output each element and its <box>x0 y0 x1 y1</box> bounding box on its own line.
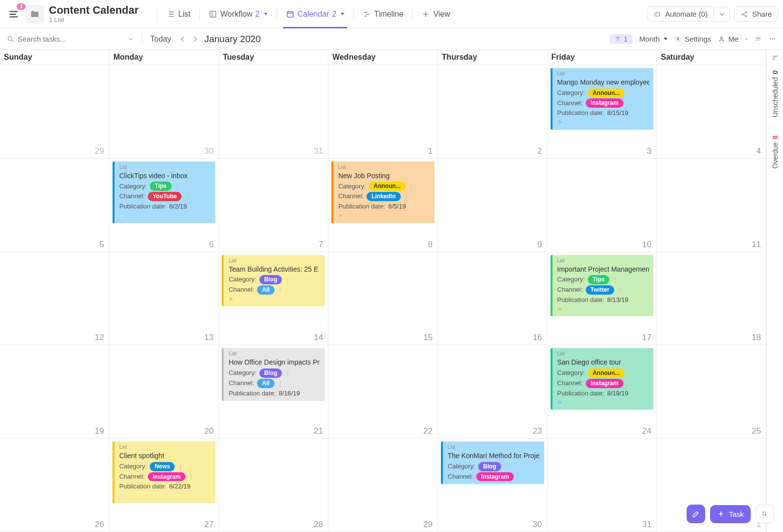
add-view-button[interactable]: View <box>419 7 452 22</box>
calendar-cell[interactable]: ListSan Diego office tourCategory:Announ… <box>548 345 657 439</box>
calendar-cell[interactable]: 10 <box>548 159 657 252</box>
event-field: Publication date: 8/13/19 <box>557 296 650 304</box>
calendar-cell[interactable]: 31 <box>219 65 328 159</box>
calendar-cell[interactable]: 9 <box>438 159 548 252</box>
calendar-cell[interactable]: 28 <box>219 439 328 532</box>
calendar-cell[interactable]: 23 <box>438 345 548 439</box>
settings-button[interactable]: Settings <box>674 35 711 43</box>
new-task-button[interactable]: Task <box>710 505 751 523</box>
prev-month-button[interactable] <box>176 33 189 46</box>
calendar-cell[interactable]: 11 <box>657 159 766 252</box>
next-month-button[interactable] <box>189 33 202 46</box>
calendar-cell[interactable]: 2 <box>438 65 548 159</box>
svg-point-12 <box>759 38 760 39</box>
calendar-cell[interactable]: ListClickTips video - inboxCategory:Tips… <box>110 159 219 252</box>
view-tab-timeline[interactable]: Timeline <box>361 7 406 22</box>
filter-chip[interactable]: 1 <box>610 34 633 44</box>
assignees-button[interactable] <box>755 35 762 43</box>
calendar-cell[interactable]: ListNew Job PostingCategory:Announ...|Ch… <box>328 159 438 252</box>
date-number: 21 <box>314 426 323 436</box>
quick-note-button[interactable] <box>687 505 705 523</box>
flag-icon: ⚑ <box>229 296 321 303</box>
me-button[interactable]: Me <box>718 35 738 43</box>
apps-button[interactable] <box>756 505 774 523</box>
edit-icon <box>691 509 700 518</box>
calendar-cell[interactable]: 25 <box>657 345 766 439</box>
calendar-cell[interactable]: 4 <box>657 65 766 159</box>
event-card[interactable]: ListClickTips video - inboxCategory:Tips… <box>113 162 216 223</box>
event-card[interactable]: ListMango Monday new employeeCategory:An… <box>551 68 654 130</box>
more-button[interactable] <box>769 35 776 43</box>
field-tag: YouTube <box>148 192 182 201</box>
calendar-cell[interactable]: ListClient spotlightCategory:News|Channe… <box>110 439 219 532</box>
calendar-cell[interactable]: ListHow Office Design impacts PrCategory… <box>219 345 328 439</box>
calendar-cell[interactable]: 29 <box>328 439 438 532</box>
calendar-cell[interactable]: 31 <box>548 439 657 532</box>
event-card[interactable]: ListNew Job PostingCategory:Announ...|Ch… <box>331 162 435 223</box>
overdue-button[interactable]: Overdue 8 <box>771 136 779 169</box>
calendar-cell[interactable]: 13 <box>110 252 219 346</box>
separator <box>412 7 413 21</box>
view-tab-workflow[interactable]: Workflow 2 <box>207 7 269 22</box>
chevron-down-icon[interactable] <box>127 36 134 43</box>
chevron-right-icon <box>191 35 199 43</box>
day-header: Monday <box>110 50 219 65</box>
calendar-cell[interactable]: 18 <box>657 252 766 346</box>
folder-chip[interactable] <box>25 5 44 23</box>
search-input[interactable] <box>18 35 124 43</box>
unscheduled-button[interactable]: Unscheduled 0 <box>771 70 779 117</box>
event-card[interactable]: ListSan Diego office tourCategory:Announ… <box>551 348 654 410</box>
calendar-cell[interactable]: 30 <box>110 65 219 159</box>
calendar-cell[interactable]: 7 <box>219 159 328 252</box>
event-card[interactable]: ListTeam Building Activities: 25 ECatego… <box>222 255 325 307</box>
event-title: San Diego office tour <box>557 358 650 368</box>
svg-point-17 <box>765 511 766 513</box>
automate-button[interactable]: Automate (0) <box>647 6 714 22</box>
calendar-cell[interactable]: 12 <box>0 252 110 346</box>
flag-icon: ⚑ <box>557 119 650 126</box>
date-number: 13 <box>205 333 214 343</box>
event-field: Channel:LinkedIn| <box>338 192 431 201</box>
event-card[interactable]: ListThe KonMari Method for ProjeCategory… <box>441 441 544 484</box>
calendar-cell[interactable]: 15 <box>328 252 438 346</box>
menu-button[interactable]: 3 <box>5 5 23 23</box>
field-tag: Tips <box>150 182 171 191</box>
event-field: Category:Tips| <box>119 182 212 191</box>
field-tag: Announ... <box>588 89 624 98</box>
calendar-cell[interactable]: ListImportant Project ManagemenCategory:… <box>548 252 657 346</box>
people-icon <box>755 35 762 43</box>
calendar-cell[interactable]: 26 <box>0 439 110 532</box>
calendar-cell[interactable]: 29 <box>0 65 110 159</box>
date-number: 22 <box>423 426 433 436</box>
calendar-cell[interactable]: 16 <box>438 252 548 346</box>
event-card[interactable]: ListHow Office Design impacts PrCategory… <box>222 348 325 400</box>
today-button[interactable]: Today <box>150 35 171 44</box>
event-card[interactable]: ListImportant Project ManagemenCategory:… <box>551 255 654 317</box>
view-tab-label: View <box>433 10 450 19</box>
calendar-cell[interactable]: ListThe KonMari Method for ProjeCategory… <box>438 439 548 532</box>
event-field: Channel:YouTube| <box>119 192 212 201</box>
calendar-cell[interactable]: 22 <box>328 345 438 439</box>
calendar-cell[interactable]: 1 <box>328 65 438 159</box>
calendar-cell[interactable]: 20 <box>110 345 219 439</box>
settings-label: Settings <box>685 35 711 43</box>
event-list-label: List <box>557 350 650 357</box>
pipe: | <box>287 369 288 377</box>
calendar-cell[interactable]: 19 <box>0 345 110 439</box>
field-value: 8/22/19 <box>169 482 190 491</box>
event-field: Channel:Instagram| <box>448 472 540 482</box>
sort-icon[interactable] <box>771 54 779 62</box>
view-tab-list[interactable]: List <box>164 7 192 22</box>
date-number: 29 <box>95 146 104 156</box>
event-card[interactable]: ListClient spotlightCategory:News|Channe… <box>113 441 216 503</box>
calendar-cell[interactable]: 5 <box>0 159 110 252</box>
calendar-cell[interactable]: ListMango Monday new employeeCategory:An… <box>548 65 657 159</box>
share-button[interactable]: Share <box>734 6 778 22</box>
automate-chevron[interactable] <box>714 7 730 22</box>
field-key: Publication date: <box>557 109 604 117</box>
scale-select[interactable]: Month <box>639 35 668 43</box>
calendar-cell[interactable]: ListTeam Building Activities: 25 ECatego… <box>219 252 328 346</box>
view-tab-calendar[interactable]: Calendar 2 <box>284 7 346 22</box>
topbar: 3 Content Calendar 1 List List Workflow … <box>0 0 783 28</box>
float-buttons: Task <box>687 505 774 523</box>
